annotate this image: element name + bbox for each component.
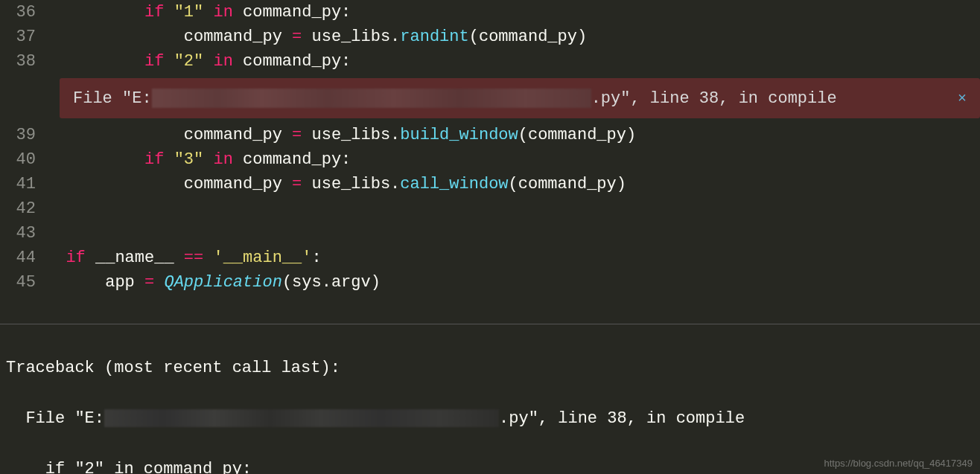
close-icon[interactable]: × bbox=[958, 90, 967, 107]
line-number: 44 bbox=[0, 249, 46, 267]
line-number: 41 bbox=[0, 175, 46, 193]
code-content: command_py = use_libs.build_window(comma… bbox=[46, 126, 636, 144]
console-line: Traceback (most recent call last): bbox=[6, 356, 974, 381]
line-number: 40 bbox=[0, 150, 46, 169]
code-line[interactable]: 43 bbox=[0, 221, 980, 246]
line-number: 38 bbox=[0, 52, 46, 71]
code-line[interactable]: 42 bbox=[0, 196, 980, 221]
line-number: 42 bbox=[0, 199, 46, 218]
watermark: https://blog.csdn.net/qq_46417349 bbox=[824, 456, 973, 471]
code-line[interactable]: 41 command_py = use_libs.call_window(com… bbox=[0, 172, 980, 196]
code-line[interactable]: 37 command_py = use_libs.randint(command… bbox=[0, 25, 980, 49]
redacted-path bbox=[152, 89, 591, 108]
output-console[interactable]: Traceback (most recent call last): File … bbox=[0, 324, 980, 474]
inline-error-banner: File "E:.py", line 38, in compile × bbox=[60, 78, 980, 118]
line-number: 43 bbox=[0, 224, 46, 243]
code-line[interactable]: 36 if "1" in command_py: bbox=[0, 0, 980, 25]
code-content: if __name__ == '__main__': bbox=[46, 249, 322, 267]
code-content: command_py = use_libs.randint(command_py… bbox=[46, 28, 587, 46]
redacted-path bbox=[104, 409, 499, 427]
code-content: if "2" in command_py: bbox=[46, 52, 351, 71]
code-content: command_py = use_libs.call_window(comman… bbox=[46, 175, 626, 193]
code-editor[interactable]: 36 if "1" in command_py: 37 command_py =… bbox=[0, 0, 980, 324]
code-line[interactable]: 39 command_py = use_libs.build_window(co… bbox=[0, 123, 980, 147]
code-line[interactable]: 45 app = QApplication(sys.argv) bbox=[0, 270, 980, 295]
code-content: if "3" in command_py: bbox=[46, 150, 351, 169]
inline-error-text: File "E:.py", line 38, in compile bbox=[73, 89, 837, 108]
code-line[interactable]: 38 if "2" in command_py: bbox=[0, 49, 980, 74]
line-number: 39 bbox=[0, 126, 46, 144]
code-content: if "1" in command_py: bbox=[46, 3, 351, 22]
code-line[interactable]: 40 if "3" in command_py: bbox=[0, 147, 980, 172]
line-number: 45 bbox=[0, 273, 46, 292]
line-number: 36 bbox=[0, 3, 46, 22]
code-content: app = QApplication(sys.argv) bbox=[46, 273, 381, 292]
console-line: File "E:.py", line 38, in compile bbox=[6, 406, 974, 432]
line-number: 37 bbox=[0, 28, 46, 46]
code-line[interactable]: 44 if __name__ == '__main__': bbox=[0, 246, 980, 270]
